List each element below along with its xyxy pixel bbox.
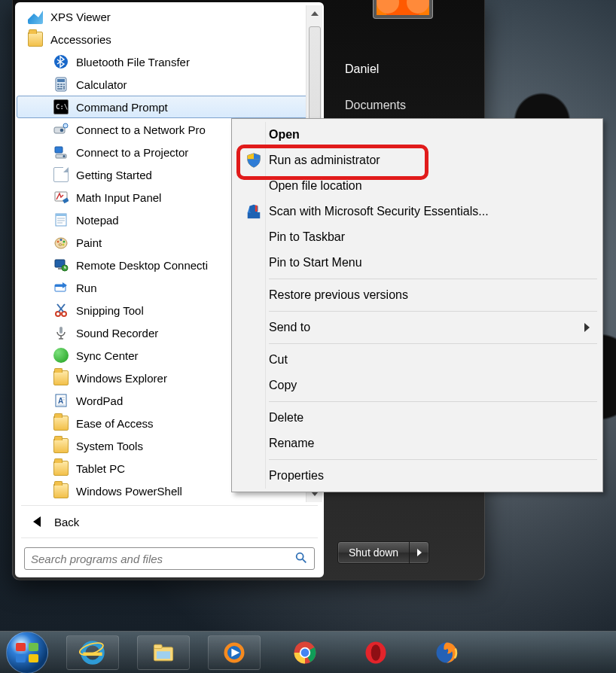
- ctx-label: Scan with Microsoft Security Essentials.…: [269, 205, 489, 218]
- ctx-separator: [269, 459, 597, 460]
- shutdown-button[interactable]: Shut down: [337, 541, 429, 564]
- ctx-label: Run as administrator: [269, 154, 380, 167]
- svg-rect-4: [60, 84, 63, 85]
- ctx-label: Copy: [269, 379, 297, 392]
- sync-icon: [53, 348, 69, 363]
- ctx-label: Open file location: [269, 179, 362, 193]
- program-label: Notepad: [76, 214, 119, 227]
- svg-rect-19: [56, 214, 66, 216]
- folder-accessories[interactable]: Accessories: [17, 28, 322, 50]
- ctx-copy[interactable]: Copy: [234, 373, 600, 398]
- user-name-link[interactable]: Daniel: [345, 62, 482, 76]
- microphone-icon: [53, 325, 69, 340]
- search-box[interactable]: [24, 547, 315, 570]
- shield-icon: [239, 152, 269, 169]
- svg-rect-8: [63, 86, 65, 90]
- ctx-label: Pin to Start Menu: [269, 256, 362, 270]
- program-label: XPS Viewer: [50, 11, 111, 23]
- ctx-delete[interactable]: Delete: [234, 405, 600, 431]
- ctx-run-as-administrator[interactable]: Run as administrator: [234, 148, 600, 173]
- user-picture-frame[interactable]: [373, 0, 433, 19]
- ctx-properties[interactable]: Properties: [234, 463, 600, 489]
- svg-rect-51: [154, 644, 162, 648]
- getting-started-icon: [53, 167, 69, 182]
- taskbar-opera[interactable]: [349, 635, 402, 670]
- svg-line-45: [303, 559, 306, 562]
- cmd-icon: C:\: [53, 99, 69, 114]
- taskbar: [0, 631, 616, 673]
- divider: [21, 505, 318, 506]
- run-icon: [53, 280, 69, 295]
- program-bluetooth-file-transfer[interactable]: Bluetooth File Transfer: [17, 50, 322, 73]
- ctx-label: Properties: [269, 469, 324, 483]
- program-label: Math Input Panel: [76, 191, 161, 204]
- ctx-pin-start-menu[interactable]: Pin to Start Menu: [234, 250, 600, 276]
- ctx-open[interactable]: Open: [234, 122, 600, 148]
- program-label: Windows Explorer: [76, 372, 167, 385]
- svg-point-34: [56, 312, 60, 316]
- program-label: Calculator: [76, 78, 127, 91]
- ie-icon: [79, 639, 106, 666]
- svg-rect-9: [57, 88, 63, 90]
- ctx-label: Open: [269, 128, 300, 142]
- start-button[interactable]: [6, 632, 48, 674]
- svg-rect-30: [58, 268, 62, 270]
- program-xps-viewer[interactable]: XPS Viewer: [17, 5, 322, 28]
- back-label: Back: [54, 516, 79, 528]
- svg-point-25: [60, 239, 63, 241]
- ctx-restore-previous-versions[interactable]: Restore previous versions: [234, 282, 600, 308]
- math-input-icon: [53, 190, 69, 205]
- chrome-icon: [291, 639, 319, 666]
- taskbar-wmp[interactable]: [208, 635, 261, 670]
- svg-point-59: [371, 644, 381, 661]
- program-calculator[interactable]: Calculator: [17, 73, 322, 96]
- ctx-pin-taskbar[interactable]: Pin to Taskbar: [234, 224, 600, 250]
- program-label: Sound Recorder: [76, 327, 158, 340]
- calculator-icon: [53, 77, 69, 92]
- ctx-scan-mse[interactable]: Scan with Microsoft Security Essentials.…: [234, 199, 600, 224]
- program-command-prompt[interactable]: C:\ Command Prompt: [17, 96, 322, 118]
- back-button[interactable]: Back: [17, 509, 322, 534]
- taskbar-ie[interactable]: [66, 635, 119, 670]
- program-label: System Tools: [76, 440, 143, 452]
- svg-rect-7: [60, 86, 63, 87]
- svg-rect-36: [59, 327, 63, 333]
- explorer-icon: [53, 370, 69, 385]
- projector-icon: [53, 145, 69, 160]
- ctx-label: Send to: [269, 321, 310, 334]
- mse-icon: [239, 203, 269, 220]
- ctx-cut[interactable]: Cut: [234, 347, 600, 373]
- ctx-send-to[interactable]: Send to: [234, 315, 600, 340]
- taskbar-explorer[interactable]: [137, 635, 190, 670]
- search-icon: [294, 551, 308, 567]
- ctx-label: Cut: [269, 353, 288, 367]
- documents-link[interactable]: Documents: [345, 99, 482, 112]
- shutdown-options-arrow-icon[interactable]: [409, 542, 428, 563]
- svg-point-26: [63, 241, 66, 243]
- folder-icon: [53, 483, 69, 498]
- opera-icon: [362, 639, 389, 666]
- search-input[interactable]: [31, 553, 294, 565]
- scroll-up-icon[interactable]: [306, 5, 322, 22]
- ctx-open-file-location[interactable]: Open file location: [234, 173, 600, 199]
- program-label: Getting Started: [76, 169, 152, 181]
- ctx-label: Rename: [269, 437, 314, 450]
- svg-rect-13: [55, 147, 63, 153]
- bluetooth-icon: [53, 54, 69, 69]
- svg-rect-3: [57, 84, 59, 85]
- svg-point-35: [62, 312, 66, 316]
- program-label: WordPad: [76, 394, 123, 407]
- svg-point-15: [63, 155, 66, 157]
- svg-point-28: [59, 244, 62, 246]
- folder-icon: [28, 32, 43, 47]
- ctx-label: Delete: [269, 411, 303, 425]
- user-picture: [377, 0, 429, 15]
- ctx-label: Pin to Taskbar: [269, 230, 345, 244]
- svg-point-27: [63, 244, 65, 246]
- program-label: Accessories: [50, 33, 111, 46]
- taskbar-firefox[interactable]: [420, 635, 473, 670]
- ctx-rename[interactable]: Rename: [234, 431, 600, 456]
- svg-point-44: [297, 553, 303, 559]
- svg-rect-52: [157, 651, 170, 659]
- taskbar-chrome[interactable]: [279, 635, 331, 670]
